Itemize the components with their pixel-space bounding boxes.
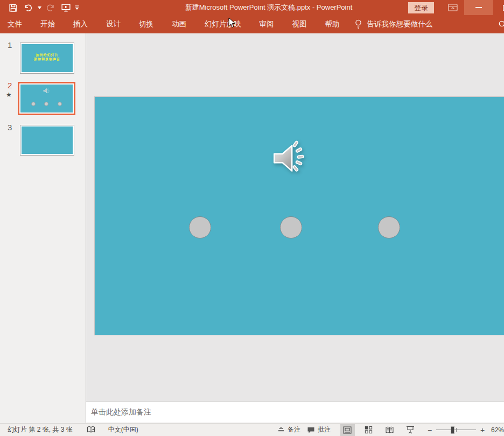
slide-1-thumbnail[interactable]: 如何给幻灯片 添加和录制声音 — [20, 43, 74, 74]
audio-speaker-icon[interactable] — [271, 139, 306, 177]
notes-pane[interactable]: 单击此处添加备注 — [86, 402, 504, 423]
circle-placeholder-3[interactable] — [378, 216, 400, 238]
tab-home[interactable]: 开始 — [37, 18, 59, 30]
notes-toggle[interactable]: 备注 — [274, 424, 304, 436]
redo-icon — [44, 1, 57, 14]
window-title: 新建Microsoft PowerPoint 演示文稿.pptx - Power… — [185, 3, 353, 12]
ribbon-tab-row: 文件 开始 插入 设计 切换 动画 幻灯片放映 审阅 视图 帮助 告诉我你想要做… — [0, 15, 504, 33]
circle-placeholder-2[interactable] — [280, 216, 302, 238]
slideshow-view-button[interactable] — [403, 424, 418, 436]
ribbon-display-options-icon[interactable] — [447, 2, 459, 13]
comments-toggle[interactable]: 批注 — [304, 424, 334, 436]
editing-area: 单击此处添加备注 — [86, 33, 504, 423]
reading-view-icon — [385, 426, 394, 434]
search-icon[interactable] — [498, 20, 504, 30]
slide-2-thumbnail[interactable] — [18, 82, 75, 115]
start-slideshow-icon[interactable] — [59, 1, 72, 14]
zoom-in-button[interactable]: + — [478, 426, 487, 434]
language-indicator[interactable]: 中文(中国) — [105, 424, 142, 436]
tab-animations[interactable]: 动画 — [168, 18, 190, 30]
customize-qat-icon[interactable] — [74, 1, 80, 14]
tab-insert[interactable]: 插入 — [69, 18, 92, 30]
slide-thumbnail-panel[interactable]: 1 如何给幻灯片 添加和录制声音 2 ★ 3 — [0, 33, 86, 423]
quick-access-toolbar — [0, 1, 80, 14]
tab-file[interactable]: 文件 — [4, 18, 26, 30]
slide-indicator[interactable]: 幻灯片 第 2 张, 共 3 张 — [4, 424, 76, 436]
normal-view-button[interactable] — [340, 424, 355, 436]
slide-2-number: 2 — [8, 81, 12, 90]
titlebar-right: 登录 — [408, 0, 504, 15]
zoom-out-button[interactable]: − — [425, 426, 434, 434]
thumbnail-audio-icon — [43, 88, 50, 94]
circle-placeholder-1[interactable] — [189, 216, 211, 238]
lightbulb-icon — [354, 19, 362, 30]
slideshow-view-icon — [406, 426, 415, 434]
comments-icon — [307, 426, 315, 434]
slide-canvas[interactable] — [86, 33, 504, 402]
notes-placeholder: 单击此处添加备注 — [91, 407, 151, 417]
minimize-button[interactable] — [464, 0, 493, 15]
spellcheck-icon[interactable] — [83, 424, 99, 436]
undo-dropdown-icon[interactable] — [37, 1, 42, 14]
slide-sorter-icon — [365, 426, 373, 434]
zoom-slider-thumb[interactable] — [451, 426, 454, 434]
slide-1-title-text: 如何给幻灯片 添加和录制声音 — [22, 53, 73, 61]
tab-slideshow[interactable]: 幻灯片放映 — [201, 18, 245, 30]
normal-view-icon — [343, 426, 352, 434]
save-icon[interactable] — [6, 1, 19, 14]
thumbnail-circle — [44, 102, 48, 106]
zoom-level[interactable]: 62% — [487, 426, 504, 434]
slide-1-number: 1 — [8, 40, 12, 50]
sign-in-button[interactable]: 登录 — [408, 2, 434, 13]
tab-transitions[interactable]: 切换 — [135, 18, 157, 30]
tell-me-box[interactable]: 告诉我你想要做什么 — [354, 19, 433, 30]
content-area: 1 如何给幻灯片 添加和录制声音 2 ★ 3 — [0, 33, 504, 423]
undo-icon[interactable] — [22, 1, 34, 14]
title-bar: 新建Microsoft PowerPoint 演示文稿.pptx - Power… — [0, 0, 504, 15]
slide-3-thumbnail[interactable] — [20, 125, 74, 156]
zoom-slider[interactable] — [436, 426, 476, 434]
tab-design[interactable]: 设计 — [102, 18, 124, 30]
tab-review[interactable]: 审阅 — [256, 18, 278, 30]
slide-2-editing-surface[interactable] — [95, 97, 504, 335]
tab-view[interactable]: 视图 — [289, 18, 311, 30]
reading-view-button[interactable] — [382, 424, 397, 436]
minimize-icon — [475, 7, 482, 8]
status-bar: 幻灯片 第 2 张, 共 3 张 中文(中国) 备注 批注 — [0, 423, 504, 436]
thumbnail-circle — [58, 102, 62, 106]
slide-sorter-view-button[interactable] — [361, 424, 376, 436]
thumbnail-circle — [31, 102, 36, 106]
maximize-button[interactable] — [493, 0, 504, 15]
animation-star-icon[interactable]: ★ — [6, 91, 12, 99]
slide-3-number: 3 — [8, 123, 12, 132]
tab-help[interactable]: 帮助 — [321, 18, 344, 30]
tell-me-label: 告诉我你想要做什么 — [367, 19, 433, 29]
notes-icon — [277, 426, 285, 433]
